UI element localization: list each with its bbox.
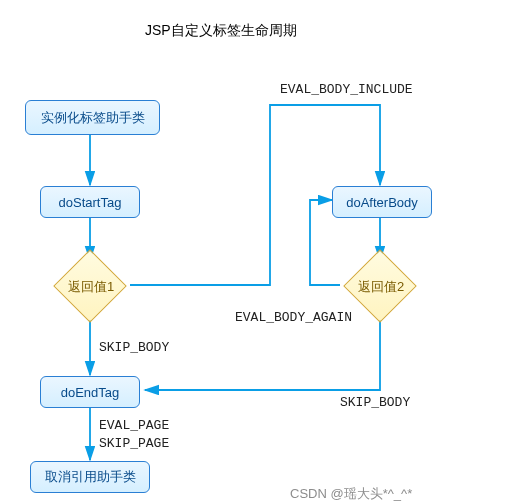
label-skip-page: SKIP_PAGE [99,436,169,451]
label-skip-body-2: SKIP_BODY [340,395,410,410]
label-eval-body-include: EVAL_BODY_INCLUDE [280,82,413,97]
decision-ret2-label: 返回值2 [358,278,404,296]
flowchart-canvas: JSP自定义标签生命周期 实例化标签助手类 doStartTag doAfter… [0,0,507,504]
node-release: 取消引用助手类 [30,461,150,493]
node-instantiate: 实例化标签助手类 [25,100,160,135]
arrows-layer [0,0,507,504]
label-eval-page: EVAL_PAGE [99,418,169,433]
decision-ret1-label: 返回值1 [68,278,114,296]
diagram-title: JSP自定义标签生命周期 [145,22,297,40]
node-doEndTag: doEndTag [40,376,140,408]
node-doStartTag: doStartTag [40,186,140,218]
watermark: CSDN @瑶大头*^_^* [290,485,412,503]
label-eval-body-again: EVAL_BODY_AGAIN [235,310,352,325]
label-skip-body-1: SKIP_BODY [99,340,169,355]
node-doAfterBody: doAfterBody [332,186,432,218]
